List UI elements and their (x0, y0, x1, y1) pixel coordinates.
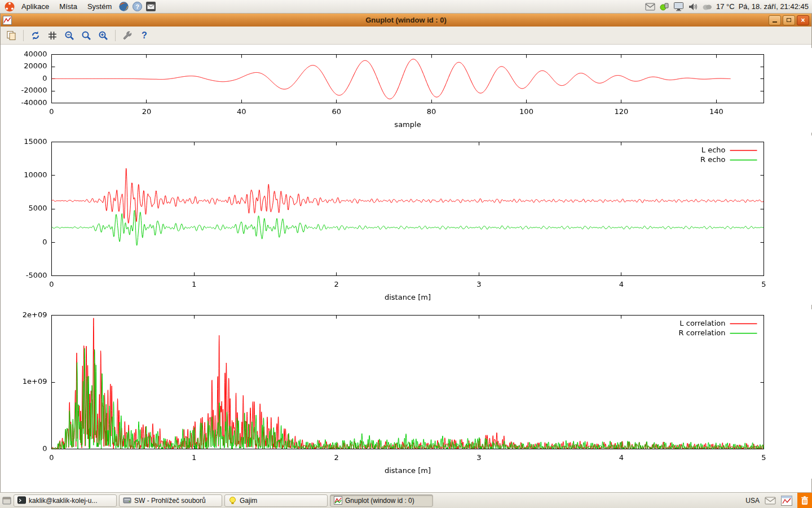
copy-button[interactable] (4, 28, 19, 43)
gajim-icon (228, 496, 237, 505)
file-manager-icon (123, 496, 131, 505)
settings-button[interactable] (120, 28, 135, 43)
task-label: kaklik@kaklik-kolej-u... (29, 497, 98, 505)
desktop: Aplikace Místa Systém ? (0, 0, 812, 508)
sample-waveform-chart[interactable] (1, 48, 812, 133)
panel-tray-area: 17 °C Pá, 18. září, 21:42:45 (645, 1, 809, 13)
toolbar-separator (115, 30, 116, 41)
task-file-manager[interactable]: SW - Prohlížeč souborů (119, 494, 222, 507)
gnuplot-window-icon (3, 16, 12, 25)
task-label: Gnuplot (window id : 0) (345, 497, 414, 505)
maximize-button[interactable] (783, 15, 795, 25)
close-button[interactable]: × (797, 15, 809, 25)
help-button[interactable]: ? (137, 28, 152, 43)
temperature-label[interactable]: 17 °C (716, 2, 735, 11)
toolbar-separator (23, 30, 24, 41)
panel-menu-area: Aplikace Místa Systém ? (3, 1, 157, 13)
plot-toolbar: ? (1, 27, 811, 45)
correlation-chart[interactable] (1, 309, 812, 479)
gnuplot-window: Gnuplot (window id : 0) × (0, 14, 812, 492)
update-icon[interactable] (659, 1, 669, 13)
zoom-in-button[interactable] (96, 28, 111, 43)
weather-icon[interactable] (702, 1, 712, 13)
titlebar[interactable]: Gnuplot (window id : 0) × (1, 14, 811, 27)
minimize-button[interactable] (769, 15, 781, 25)
display-icon[interactable] (673, 1, 684, 13)
task-terminal[interactable]: kaklik@kaklik-kolej-u... (14, 494, 117, 507)
task-gnuplot[interactable]: Gnuplot (window id : 0) (330, 494, 433, 507)
trash-applet-icon[interactable] (797, 493, 812, 508)
keyboard-layout-indicator[interactable]: USA (745, 497, 760, 505)
maximize-icon (787, 18, 791, 22)
mail-app-icon[interactable] (144, 1, 157, 13)
top-panel: Aplikace Místa Systém ? (0, 0, 812, 14)
menu-places[interactable]: Místa (55, 1, 82, 12)
gnuplot-icon (334, 496, 342, 505)
grid-button[interactable] (45, 28, 60, 43)
task-label: Gajim (240, 497, 257, 505)
ubuntu-logo-icon[interactable] (3, 1, 16, 13)
window-title: Gnuplot (window id : 0) (1, 16, 811, 24)
window-controls: × (769, 15, 809, 25)
clock-applet[interactable]: Pá, 18. září, 21:42:45 (739, 2, 809, 11)
task-label: SW - Prohlížeč souborů (134, 497, 206, 505)
menu-applications[interactable]: Aplikace (17, 1, 54, 12)
help-icon: ? (142, 30, 147, 41)
firefox-icon[interactable] (117, 1, 130, 13)
minimize-icon (773, 21, 777, 23)
taskbar-tray: USA (745, 493, 812, 508)
refresh-button[interactable] (28, 28, 43, 43)
task-gajim[interactable]: Gajim (224, 494, 328, 507)
plot-area (1, 45, 811, 492)
window-list-icon[interactable] (2, 494, 11, 507)
echo-chart[interactable] (1, 135, 812, 305)
zoom-out-button[interactable] (62, 28, 77, 43)
terminal-icon (17, 496, 26, 505)
mail-notification-icon[interactable] (645, 1, 655, 13)
mail-tray-icon[interactable] (765, 494, 776, 507)
volume-icon[interactable] (688, 1, 698, 13)
zoom-reset-button[interactable] (79, 28, 94, 43)
taskbar: kaklik@kaklik-kolej-u... SW - Prohlížeč … (0, 492, 812, 508)
help-browser-icon[interactable]: ? (131, 1, 143, 13)
svg-text:?: ? (135, 3, 139, 10)
plot-tray-icon[interactable] (781, 494, 792, 507)
menu-system[interactable]: Systém (83, 1, 116, 12)
